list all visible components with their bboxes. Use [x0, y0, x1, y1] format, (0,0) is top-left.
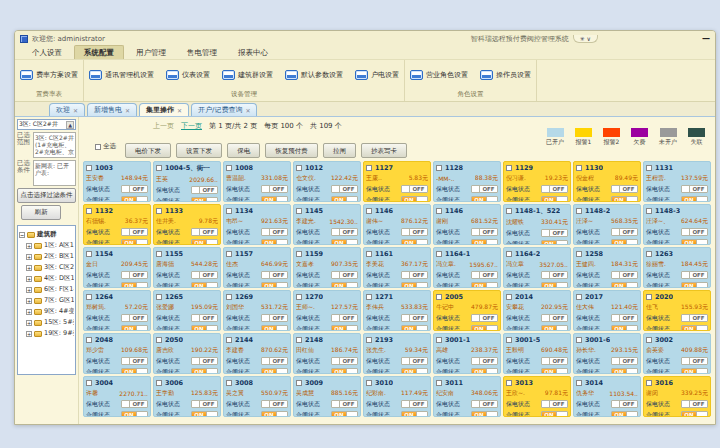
meter-card[interactable]: 3010 纪彩南. 117.49元 保电状态 OFF: [363, 376, 431, 417]
filter-select-button[interactable]: 点击选择过滤条件: [17, 188, 76, 203]
tree-node[interactable]: + 2区: B区1#井 (1#变…: [26, 252, 74, 261]
power-protect-toggle[interactable]: OFF: [541, 185, 568, 193]
tree-node[interactable]: + 7区: G区1#井 (2#变…: [26, 296, 74, 305]
expand-icon[interactable]: +: [26, 320, 32, 326]
switch-state-toggle[interactable]: ON: [681, 282, 708, 288]
power-protect-toggle[interactable]: OFF: [191, 186, 218, 194]
power-protect-toggle[interactable]: OFF: [331, 185, 358, 193]
power-protect-toggle[interactable]: OFF: [401, 357, 428, 365]
card-checkbox[interactable]: [506, 165, 512, 171]
meter-card[interactable]: 1004-5、街一 王英 2029.66.. 保电状态 OFF: [153, 161, 221, 202]
switch-state-toggle[interactable]: ON: [121, 325, 148, 331]
meter-card[interactable]: 1133 佳井美. 9.78元 保电状态 OFF: [153, 204, 221, 245]
tree-node[interactable]: + 4区: D区1#井 (4#变…: [26, 274, 74, 283]
toolbar-button[interactable]: 恢复预付费: [265, 143, 318, 158]
meter-card[interactable]: 2005 牛记中 479.87元 保电状态 OFF: [433, 290, 501, 331]
meter-card[interactable]: 1148-3 汪泽~、 624.64元 保电状态 OFF: [643, 204, 711, 245]
meter-card[interactable]: 1161 李美花 367.17元 保电状态 OFF: [363, 247, 431, 288]
power-protect-toggle[interactable]: OFF: [261, 228, 288, 236]
meter-card[interactable]: 1003 王安春 148.94元 保电状态 OFF: [83, 161, 151, 202]
collapse-icon[interactable]: −: [19, 232, 25, 238]
meter-card[interactable]: 1157 佳杰 646.99元 保电状态 OFF: [223, 247, 291, 288]
switch-state-toggle[interactable]: ON: [401, 368, 428, 374]
meter-card[interactable]: 3001-5 王毅明 690.48元 保电状态 OFF: [503, 333, 571, 374]
card-checkbox[interactable]: [576, 165, 582, 171]
card-checkbox[interactable]: [576, 294, 582, 300]
card-checkbox[interactable]: [86, 380, 92, 386]
switch-state-toggle[interactable]: ON: [611, 325, 638, 331]
switch-state-toggle[interactable]: ON: [331, 368, 358, 374]
ribbon-button[interactable]: 默认参数设置: [285, 70, 343, 80]
switch-state-toggle[interactable]: ON: [611, 282, 638, 288]
card-checkbox[interactable]: [506, 294, 512, 300]
tree-node[interactable]: + 15区: 5#变电站: [26, 318, 74, 327]
card-checkbox[interactable]: [226, 294, 232, 300]
meter-card[interactable]: 1145 李建光. 1542.30.. 保电状态 OFF: [293, 204, 361, 245]
card-checkbox[interactable]: [506, 251, 512, 257]
meter-card[interactable]: 2144 李建春 870.62元 保电状态 OFF: [223, 333, 291, 374]
switch-state-toggle[interactable]: ON: [471, 368, 498, 374]
power-protect-toggle[interactable]: OFF: [261, 400, 288, 408]
switch-state-toggle[interactable]: ON: [541, 196, 568, 202]
switch-state-toggle[interactable]: ON: [541, 240, 568, 245]
tree-node[interactable]: + 6区: F区1#井 (3#变电…: [26, 285, 74, 294]
ribbon-button[interactable]: 仪表设置: [166, 70, 210, 80]
switch-state-toggle[interactable]: ON: [611, 239, 638, 245]
card-checkbox[interactable]: [436, 380, 442, 386]
switch-state-toggle[interactable]: ON: [471, 411, 498, 417]
ribbon-button[interactable]: 户电设置: [355, 70, 399, 80]
card-checkbox[interactable]: [86, 165, 92, 171]
meter-card[interactable]: 3004 许馨 2270.71.. 保电状态 OFF: [83, 376, 151, 417]
power-protect-toggle[interactable]: OFF: [611, 271, 638, 279]
card-checkbox[interactable]: [156, 165, 162, 171]
power-protect-toggle[interactable]: OFF: [471, 400, 498, 408]
card-checkbox[interactable]: [436, 337, 442, 343]
power-protect-toggle[interactable]: OFF: [121, 400, 148, 408]
switch-state-toggle[interactable]: ON: [191, 282, 218, 288]
card-checkbox[interactable]: [576, 251, 582, 257]
toolbar-button[interactable]: 拉闸: [323, 143, 356, 158]
meter-card[interactable]: 1132 石德锡. 36.37元 保电状态 OFF: [83, 204, 151, 245]
card-checkbox[interactable]: [366, 251, 372, 257]
expand-icon[interactable]: +: [26, 276, 32, 282]
power-protect-toggle[interactable]: OFF: [471, 271, 498, 279]
card-checkbox[interactable]: [296, 337, 302, 343]
card-checkbox[interactable]: [506, 337, 512, 343]
menu-item[interactable]: 报表中心: [229, 46, 277, 59]
power-protect-toggle[interactable]: OFF: [121, 228, 148, 236]
card-checkbox[interactable]: [506, 380, 512, 386]
selected-range-box[interactable]: 3区: C区2#井 (1#充电柜、2#充电柜、京电…): [33, 132, 76, 158]
ribbon-button[interactable]: 费率方案设置: [20, 70, 78, 80]
power-protect-toggle[interactable]: OFF: [401, 314, 428, 322]
expand-icon[interactable]: +: [26, 287, 32, 293]
dropdown-arrow-icon[interactable]: ▲: [66, 121, 74, 129]
switch-state-toggle[interactable]: ON: [331, 282, 358, 288]
power-protect-toggle[interactable]: OFF: [331, 400, 358, 408]
menu-item[interactable]: 售电管理: [178, 46, 226, 59]
card-checkbox[interactable]: [296, 380, 302, 386]
power-protect-toggle[interactable]: OFF: [681, 271, 708, 279]
card-checkbox[interactable]: [646, 208, 652, 214]
tab-close-icon[interactable]: ✕: [245, 107, 250, 114]
card-checkbox[interactable]: [506, 208, 512, 214]
switch-state-toggle[interactable]: ON: [541, 282, 568, 288]
meter-card[interactable]: 3006 王学勤 125.83元 保电状态 OFF: [153, 376, 221, 417]
card-checkbox[interactable]: [296, 294, 302, 300]
selected-condition-box[interactable]: 新网表: 已开户表:: [33, 160, 76, 186]
power-protect-toggle[interactable]: OFF: [611, 357, 638, 365]
card-checkbox[interactable]: [366, 165, 372, 171]
meter-card[interactable]: 1270 王师~. 127.57元 保电状态 OFF: [293, 290, 361, 331]
meter-card[interactable]: 1164-1 冯立章. 1595.67.. 保电状态 OFF: [433, 247, 501, 288]
card-checkbox[interactable]: [86, 208, 92, 214]
card-checkbox[interactable]: [226, 165, 232, 171]
meter-card[interactable]: 1008 曹温韶. 331.08元 保电状态 OFF: [223, 161, 291, 202]
meter-card[interactable]: 2020 佳飞 155.93元 保电状态 OFF: [643, 290, 711, 331]
meter-card[interactable]: 1128 -MM-.. 88.38元 保电状态 OFF: [433, 161, 501, 202]
meter-card[interactable]: 1129 倪习谦. 19.23元 保电状态 OFF: [503, 161, 571, 202]
power-protect-toggle[interactable]: OFF: [471, 185, 498, 193]
ribbon-button[interactable]: 建筑群设置: [222, 70, 273, 80]
tree-node[interactable]: + 1区: A区1#井: [26, 241, 74, 250]
expand-icon[interactable]: +: [26, 309, 32, 315]
power-protect-toggle[interactable]: OFF: [541, 229, 568, 237]
power-protect-toggle[interactable]: OFF: [331, 314, 358, 322]
